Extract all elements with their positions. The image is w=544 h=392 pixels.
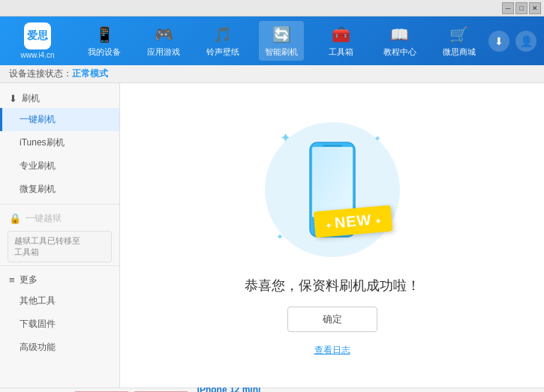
- sidebar-item-pro-flash[interactable]: 专业刷机: [0, 154, 119, 178]
- confirm-button[interactable]: 确定: [287, 307, 377, 332]
- nav-apps-games[interactable]: 🎮 应用游戏: [141, 21, 186, 61]
- nav-smart-flash[interactable]: 🔄 智能刷机: [259, 21, 304, 61]
- toolbox-icon: 🧰: [330, 24, 351, 45]
- sparkle-2: ✦: [374, 133, 381, 144]
- status-mode: 正常模式: [72, 67, 108, 80]
- header-right: ⬇ 👤: [488, 31, 536, 52]
- sidebar-item-other-tools[interactable]: 其他工具: [0, 289, 119, 313]
- lock-icon: 🔒: [9, 213, 21, 224]
- nav-flash-label: 智能刷机: [265, 46, 298, 58]
- nav-apps-label: 应用游戏: [147, 46, 180, 58]
- store-icon: 🛒: [449, 24, 470, 45]
- sidebar-item-wechat-flash[interactable]: 微复刷机: [0, 178, 119, 201]
- success-area: ✦ ✦ ✦: [245, 115, 420, 357]
- status-bar: 阻止iTunes运行 自动跳至 跳过向导 iPhone 12 mini 64GB…: [0, 388, 544, 392]
- nav-toolbox[interactable]: 🧰 工具箱: [318, 21, 363, 61]
- main-area: ⬇ 刷机 一键刷机 iTunes刷机 专业刷机 微复刷机 🔒 一键越狱 越狱工具…: [0, 83, 544, 388]
- close-button[interactable]: ✕: [529, 2, 541, 14]
- title-bar: ─ □ ✕: [0, 0, 544, 16]
- sidebar-item-itunes-flash[interactable]: iTunes刷机: [0, 131, 119, 154]
- sidebar-section-more: ≡ 更多: [0, 269, 119, 289]
- nav-tutorial-label: 教程中心: [383, 46, 416, 58]
- phone-bg-circle: ✦ ✦ ✦: [265, 122, 400, 257]
- jailbreak-notice: 越狱工具已转移至工具箱: [8, 231, 112, 262]
- nav-ringtone-label: 铃声壁纸: [206, 46, 239, 58]
- nav-toolbox-label: 工具箱: [329, 46, 353, 58]
- divider-1: [0, 204, 119, 205]
- sidebar-item-one-click-flash[interactable]: 一键刷机: [0, 108, 119, 131]
- sparkle-3: ✦: [276, 232, 284, 242]
- logo[interactable]: 爱思 www.i4.cn: [8, 22, 68, 59]
- flash-icon: 🔄: [271, 24, 292, 45]
- sidebar-section-jailbreak: 🔒 一键越狱: [0, 208, 119, 228]
- logo-domain: www.i4.cn: [20, 51, 54, 59]
- device-status-bar: 设备连接状态： 正常模式: [0, 65, 544, 83]
- minimize-button[interactable]: ─: [502, 2, 514, 14]
- logo-icon: 爱思: [24, 22, 51, 49]
- status-label: 设备连接状态：: [9, 67, 72, 80]
- user-button[interactable]: 👤: [515, 31, 536, 52]
- sparkle-1: ✦: [280, 130, 291, 146]
- more-icon: ≡: [9, 274, 15, 286]
- header: 爱思 www.i4.cn 📱 我的设备 🎮 应用游戏 🎵 铃声壁纸 🔄 智能刷机…: [0, 16, 544, 65]
- nav-wechat-store[interactable]: 🛒 微思商城: [437, 21, 482, 61]
- download-button[interactable]: ⬇: [488, 31, 509, 52]
- phone-illustration: ✦ ✦ ✦: [257, 115, 407, 265]
- device-icon: 📱: [94, 24, 115, 45]
- divider-2: [0, 265, 119, 266]
- more-section-label: 更多: [20, 274, 38, 286]
- sidebar-item-advanced[interactable]: 高级功能: [0, 336, 119, 359]
- sidebar: ⬇ 刷机 一键刷机 iTunes刷机 专业刷机 微复刷机 🔒 一键越狱 越狱工具…: [0, 83, 120, 388]
- nav-bar: 📱 我的设备 🎮 应用游戏 🎵 铃声壁纸 🔄 智能刷机 🧰 工具箱 📖 教程中心…: [75, 21, 488, 61]
- nav-my-device[interactable]: 📱 我的设备: [82, 21, 127, 61]
- nav-store-label: 微思商城: [443, 46, 476, 58]
- svg-rect-2: [312, 147, 353, 217]
- jailbreak-section-label: 一键越狱: [26, 212, 62, 225]
- nav-ringtones[interactable]: 🎵 铃声壁纸: [200, 21, 245, 61]
- flash-section-icon: ⬇: [9, 93, 17, 104]
- svg-rect-4: [323, 145, 342, 147]
- nav-tutorial[interactable]: 📖 教程中心: [377, 21, 422, 61]
- tutorial-icon: 📖: [389, 24, 410, 45]
- notice-text: 越狱工具已转移至工具箱: [14, 236, 80, 256]
- nav-my-device-label: 我的设备: [88, 46, 121, 58]
- maximize-button[interactable]: □: [515, 2, 527, 14]
- sidebar-item-download-firmware[interactable]: 下载固件: [0, 313, 119, 336]
- window-controls[interactable]: ─ □ ✕: [502, 2, 541, 14]
- success-message: 恭喜您，保资料刷机成功啦！: [245, 277, 420, 295]
- view-log-link[interactable]: 查看日志: [314, 344, 350, 357]
- sidebar-section-flash: ⬇ 刷机: [0, 88, 119, 108]
- apps-icon: 🎮: [153, 24, 174, 45]
- ringtone-icon: 🎵: [212, 24, 233, 45]
- main-content: ✦ ✦ ✦: [120, 83, 544, 388]
- flash-section-label: 刷机: [22, 92, 40, 105]
